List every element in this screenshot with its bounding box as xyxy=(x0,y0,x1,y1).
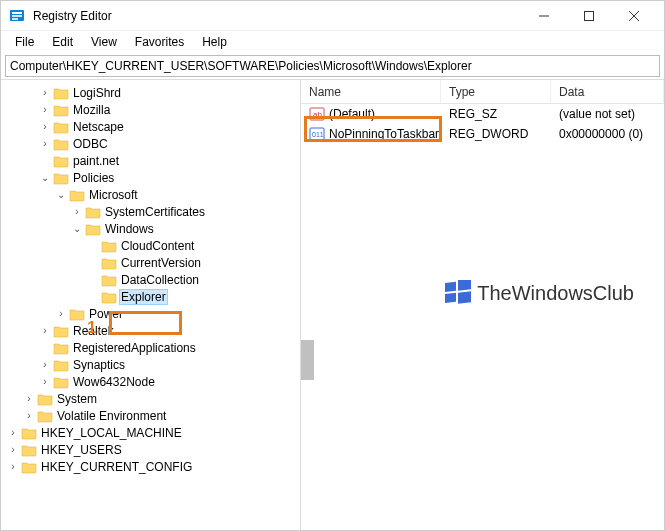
chevron-down-icon[interactable]: ⌄ xyxy=(55,189,67,200)
maximize-button[interactable] xyxy=(566,1,611,30)
chevron-right-icon[interactable]: › xyxy=(23,410,35,421)
content: ›LogiShrd ›Mozilla ›Netscape ›ODBC ›pain… xyxy=(1,79,664,530)
tree-node-registeredapplications[interactable]: ›RegisteredApplications xyxy=(39,339,300,356)
tree-node-wow6432node[interactable]: ›Wow6432Node xyxy=(39,373,300,390)
tree-node-hkcc[interactable]: ›HKEY_CURRENT_CONFIG xyxy=(7,458,300,475)
chevron-right-icon[interactable]: › xyxy=(39,121,51,132)
column-headers: Name Type Data xyxy=(301,80,664,104)
folder-icon xyxy=(101,239,117,253)
tree-node-paintnet[interactable]: ›paint.net xyxy=(39,152,300,169)
chevron-right-icon[interactable]: › xyxy=(7,427,19,438)
col-name[interactable]: Name xyxy=(301,80,441,103)
chevron-right-icon[interactable]: › xyxy=(7,461,19,472)
chevron-right-icon[interactable]: › xyxy=(55,308,67,319)
chevron-right-icon[interactable]: › xyxy=(39,104,51,115)
tree-node-currentversion[interactable]: ›CurrentVersion xyxy=(87,254,300,271)
menu-help[interactable]: Help xyxy=(194,33,235,51)
tree-node-system[interactable]: ›System xyxy=(23,390,300,407)
svg-rect-13 xyxy=(458,280,471,291)
folder-icon xyxy=(53,103,69,117)
address-bar[interactable]: Computer\HKEY_CURRENT_USER\SOFTWARE\Poli… xyxy=(5,55,660,77)
chevron-down-icon[interactable]: ⌄ xyxy=(71,223,83,234)
menu-edit[interactable]: Edit xyxy=(44,33,81,51)
folder-icon xyxy=(37,392,53,406)
svg-rect-1 xyxy=(12,12,22,14)
menu-file[interactable]: File xyxy=(7,33,42,51)
tree-view[interactable]: ›LogiShrd ›Mozilla ›Netscape ›ODBC ›pain… xyxy=(1,80,301,530)
string-value-icon: ab xyxy=(309,107,325,121)
window-controls xyxy=(521,1,656,30)
tree-node-logishrd[interactable]: ›LogiShrd xyxy=(39,84,300,101)
tree-node-cloudcontent[interactable]: ›CloudContent xyxy=(87,237,300,254)
svg-rect-15 xyxy=(458,291,471,303)
detail-view[interactable]: Name Type Data ab(Default) REG_SZ (value… xyxy=(301,80,664,530)
chevron-right-icon[interactable]: › xyxy=(71,206,83,217)
tree-node-microsoft[interactable]: ⌄Microsoft xyxy=(55,186,300,203)
folder-icon xyxy=(69,307,85,321)
menu-favorites[interactable]: Favorites xyxy=(127,33,192,51)
close-button[interactable] xyxy=(611,1,656,30)
chevron-right-icon[interactable]: › xyxy=(39,376,51,387)
svg-rect-14 xyxy=(445,293,456,303)
svg-rect-3 xyxy=(12,18,18,20)
menu-view[interactable]: View xyxy=(83,33,125,51)
col-data[interactable]: Data xyxy=(551,80,664,103)
tree-node-netscape[interactable]: ›Netscape xyxy=(39,118,300,135)
value-row-default[interactable]: ab(Default) REG_SZ (value not set) xyxy=(301,104,664,124)
col-type[interactable]: Type xyxy=(441,80,551,103)
folder-icon xyxy=(85,222,101,236)
folder-icon xyxy=(21,443,37,457)
tree-node-mozilla[interactable]: ›Mozilla xyxy=(39,101,300,118)
folder-icon xyxy=(53,154,69,168)
folder-icon xyxy=(101,273,117,287)
folder-icon xyxy=(53,375,69,389)
watermark-text: TheWindowsClub xyxy=(477,282,634,305)
minimize-button[interactable] xyxy=(521,1,566,30)
folder-icon xyxy=(53,120,69,134)
menubar: File Edit View Favorites Help xyxy=(1,31,664,53)
folder-icon xyxy=(53,171,69,185)
tree-node-explorer[interactable]: ›Explorer xyxy=(87,288,300,305)
folder-icon xyxy=(53,324,69,338)
folder-icon xyxy=(101,256,117,270)
value-row-nopinning[interactable]: 011NoPinningToTaskbar REG_DWORD 0x000000… xyxy=(301,124,664,144)
dword-value-icon: 011 xyxy=(309,127,325,141)
chevron-right-icon[interactable]: › xyxy=(39,87,51,98)
svg-text:011: 011 xyxy=(312,131,324,138)
folder-icon xyxy=(21,426,37,440)
window-title: Registry Editor xyxy=(33,9,521,23)
selected-tree-label: Explorer xyxy=(119,289,168,305)
svg-rect-5 xyxy=(584,11,593,20)
registry-editor-icon xyxy=(9,8,25,24)
chevron-down-icon[interactable]: ⌄ xyxy=(39,172,51,183)
tree-node-policies[interactable]: ⌄Policies xyxy=(39,169,300,186)
scrollbar[interactable] xyxy=(301,340,314,380)
folder-icon xyxy=(53,358,69,372)
svg-text:ab: ab xyxy=(313,110,322,119)
tree-node-systemcertificates[interactable]: ›SystemCertificates xyxy=(71,203,300,220)
callout-1: 1. xyxy=(87,318,101,338)
folder-icon xyxy=(53,86,69,100)
chevron-right-icon[interactable]: › xyxy=(39,359,51,370)
svg-rect-12 xyxy=(445,282,456,292)
tree-node-hklm[interactable]: ›HKEY_LOCAL_MACHINE xyxy=(7,424,300,441)
chevron-right-icon[interactable]: › xyxy=(39,325,51,336)
folder-icon xyxy=(101,290,117,304)
chevron-right-icon[interactable]: › xyxy=(7,444,19,455)
tree-node-windows[interactable]: ⌄Windows xyxy=(71,220,300,237)
tree-node-odbc[interactable]: ›ODBC xyxy=(39,135,300,152)
folder-icon xyxy=(85,205,101,219)
tree-node-datacollection[interactable]: ›DataCollection xyxy=(87,271,300,288)
chevron-right-icon[interactable]: › xyxy=(23,393,35,404)
chevron-right-icon[interactable]: › xyxy=(39,138,51,149)
titlebar: Registry Editor xyxy=(1,1,664,31)
svg-rect-2 xyxy=(12,15,22,17)
folder-icon xyxy=(53,137,69,151)
folder-icon xyxy=(53,341,69,355)
tree-node-realtek[interactable]: ›Realtek xyxy=(39,322,300,339)
windows-logo-icon xyxy=(445,280,471,306)
address-path: Computer\HKEY_CURRENT_USER\SOFTWARE\Poli… xyxy=(10,59,472,73)
tree-node-hku[interactable]: ›HKEY_USERS xyxy=(7,441,300,458)
tree-node-synaptics[interactable]: ›Synaptics xyxy=(39,356,300,373)
tree-node-volatileenvironment[interactable]: ›Volatile Environment xyxy=(23,407,300,424)
